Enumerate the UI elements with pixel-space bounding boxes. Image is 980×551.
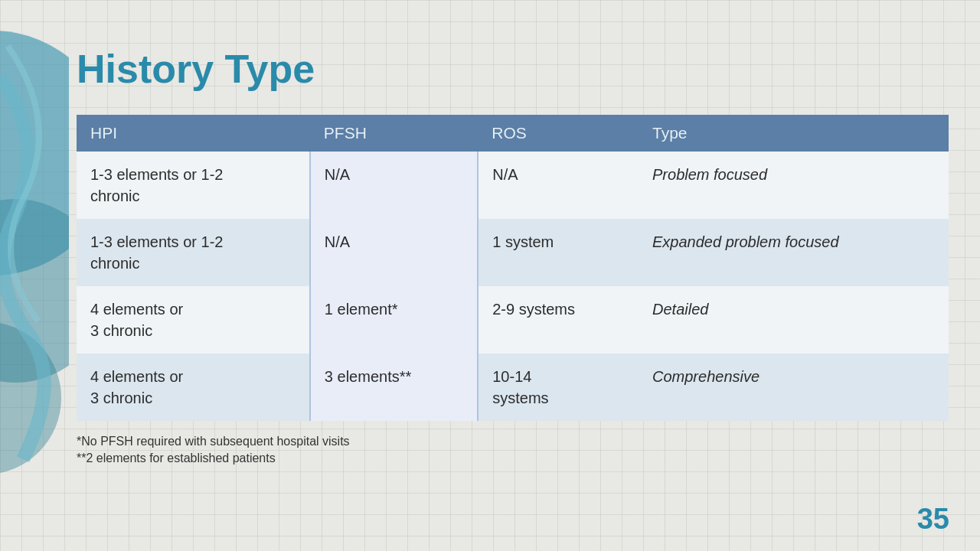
cell-pfsh: 3 elements** (310, 354, 478, 421)
cell-type: Comprehensive (639, 354, 949, 421)
table-header-row: HPI PFSH ROS Type (77, 115, 949, 152)
cell-type: Problem focused (639, 152, 949, 219)
page-title: History Type (77, 46, 949, 92)
cell-pfsh: N/A (310, 152, 478, 219)
cell-hpi: 1-3 elements or 1-2 chronic (77, 219, 310, 286)
col-header-ros: ROS (478, 115, 639, 152)
col-header-hpi: HPI (77, 115, 310, 152)
table-row: 1-3 elements or 1-2 chronicN/AN/AProblem… (77, 152, 949, 219)
history-type-table: HPI PFSH ROS Type 1-3 elements or 1-2 ch… (77, 115, 949, 421)
slide-number: 35 (917, 503, 949, 536)
table-row: 1-3 elements or 1-2 chronicN/A1 systemEx… (77, 219, 949, 286)
cell-pfsh: 1 element* (310, 286, 478, 354)
cell-hpi: 4 elements or 3 chronic (77, 286, 310, 354)
cell-ros: 2-9 systems (478, 286, 639, 354)
footnotes: *No PFSH required with subsequent hospit… (77, 435, 949, 465)
main-content: History Type HPI PFSH ROS Type 1-3 eleme… (77, 46, 949, 536)
cell-pfsh: N/A (310, 219, 478, 286)
cell-hpi: 1-3 elements or 1-2 chronic (77, 152, 310, 219)
table-container: HPI PFSH ROS Type 1-3 elements or 1-2 ch… (77, 115, 949, 465)
cell-ros: 10-14 systems (478, 354, 639, 421)
footnote-1: *No PFSH required with subsequent hospit… (77, 435, 949, 448)
table-row: 4 elements or 3 chronic3 elements**10-14… (77, 354, 949, 421)
cell-type: Detailed (639, 286, 949, 354)
left-decoration (0, 0, 69, 551)
footnote-2: **2 elements for established patients (77, 452, 949, 465)
table-row: 4 elements or 3 chronic1 element*2-9 sys… (77, 286, 949, 354)
cell-ros: 1 system (478, 219, 639, 286)
col-header-type: Type (639, 115, 949, 152)
cell-ros: N/A (478, 152, 639, 219)
cell-hpi: 4 elements or 3 chronic (77, 354, 310, 421)
col-header-pfsh: PFSH (310, 115, 478, 152)
cell-type: Expanded problem focused (639, 219, 949, 286)
